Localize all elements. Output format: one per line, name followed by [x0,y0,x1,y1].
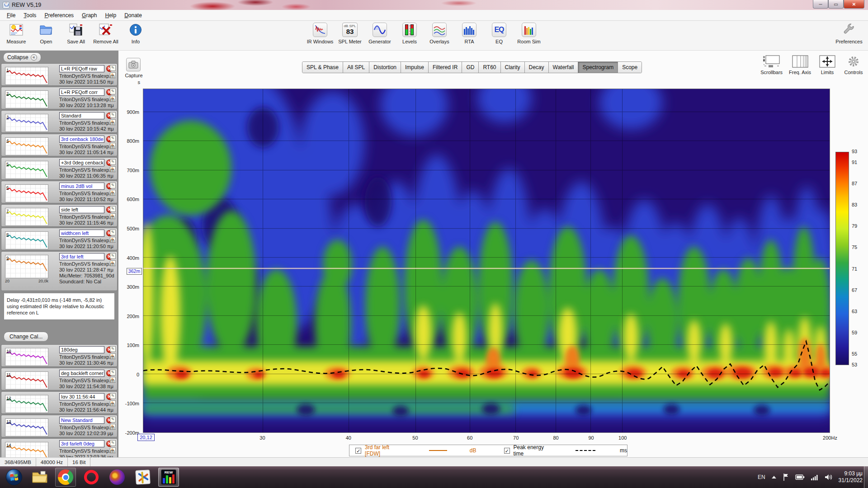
eq-button[interactable]: EQEQ [486,22,512,44]
save-all-button[interactable]: Save All [63,22,89,44]
measurement-item-13[interactable]: 13New Standard✕✎✎TritonDynSVS finalexp.m… [1,415,118,437]
notes-icon[interactable]: ✎ [110,206,116,212]
overlays-button[interactable]: Overlays [427,22,452,44]
explorer-icon[interactable] [29,468,50,487]
change-cal-button[interactable]: Change Cal... [4,332,48,342]
measurement-item-4[interactable]: 43rd cenback 180de✕✎✎TritonDynSVS finale… [1,134,118,156]
menu-help[interactable]: Help [102,11,119,20]
menu-file[interactable]: File [4,11,19,20]
freq-axis-button[interactable]: Freq. Axis [789,54,811,75]
notes-icon[interactable]: ✎ [110,370,116,375]
tab-rt60[interactable]: RT60 [479,62,500,73]
clock[interactable]: 9:03 μμ 31/1/2022 [839,470,863,484]
firefox-icon[interactable] [107,468,127,487]
measurement-item-7[interactable]: 7side left✕✎✎TritonDynSVS finalexp.m30 Ι… [1,204,118,227]
controls-button[interactable]: Controls [844,54,863,75]
ir-windows-button[interactable]: IR Windows [307,22,333,44]
measurement-item-9[interactable]: 93rd far left✕✎✎TritonDynSVS finalexp.m3… [1,251,118,291]
measurement-name-field[interactable]: New Standard [59,417,104,424]
measurement-name-field[interactable]: L+R PEQoff corr [59,89,104,96]
notes-icon[interactable]: ✎ [110,89,116,94]
info-button[interactable]: Info [123,22,148,44]
rew-icon[interactable]: REW [158,468,179,487]
language-indicator[interactable]: EN [758,474,765,480]
measurement-item-8[interactable]: 8widthcen left✕✎✎TritonDynSVS finalexp.m… [1,228,118,250]
paint-app-icon[interactable] [132,468,153,487]
notes-icon[interactable]: ✎ [110,183,116,188]
generator-button[interactable]: Generator [367,22,392,44]
legend-checkbox[interactable]: ✓ [355,448,361,454]
measurement-item-3[interactable]: 3Standard✕✎✎TritonDynSVS finalexp.m30 Ια… [1,110,118,133]
notes-icon[interactable]: ✎ [110,253,116,259]
room-sim-button[interactable]: Room Sim [516,22,542,44]
measure-button[interactable]: Measure [4,22,29,44]
tab-scope[interactable]: Scope [618,62,642,73]
menu-donate[interactable]: Donate [121,11,145,20]
open-button[interactable]: Open [33,22,59,44]
action-center-flag-icon[interactable] [783,473,790,481]
spl-meter-button[interactable]: dB SPL83SPL Meter [337,22,363,44]
measurement-item-5[interactable]: 5+3rd 0deg cenback✕✎✎TritonDynSVS finale… [1,157,118,180]
measurement-item-10[interactable]: 10180deg✕✎✎TritonDynSVS finalexp.m30 Ιαν… [1,344,118,367]
levels-button[interactable]: 0369Levels [397,22,422,44]
volume-icon[interactable] [824,474,833,481]
notes-icon[interactable]: ✎ [110,417,116,422]
measurement-name-field[interactable]: minus 2dB vol [59,183,104,190]
measurement-name-field[interactable]: 180deg [59,346,104,353]
tab-gd[interactable]: GD [462,62,479,73]
maximize-button[interactable]: ▭ [828,0,844,9]
rta-button[interactable]: RTA [457,22,482,44]
capture-button[interactable] [126,58,141,71]
remove-all-button[interactable]: Remove All [93,22,118,44]
notes-icon[interactable]: ✎ [110,346,116,352]
measurement-item-14[interactable]: 143rd farleft 0deg✕✎✎TritonDynSVS finale… [1,438,118,457]
measurement-name-field[interactable]: +3rd 0deg cenback [59,159,104,166]
tray-expand-icon[interactable] [771,475,777,479]
tab-decay[interactable]: Decay [525,62,549,73]
measurement-name-field[interactable]: side left [59,206,104,213]
menu-preferences[interactable]: Preferences [41,11,77,20]
measurement-item-6[interactable]: 6minus 2dB vol✕✎✎TritonDynSVS finalexp.m… [1,181,118,203]
tab-filtered-ir[interactable]: Filtered IR [429,62,462,73]
minimize-button[interactable]: ─ [813,0,828,9]
opera-icon[interactable] [81,468,102,487]
tab-clarity[interactable]: Clarity [501,62,525,73]
notes-icon[interactable]: ✎ [110,230,116,235]
scrollbars-button[interactable]: Scrollbars [760,54,783,75]
menu-tools[interactable]: Tools [20,11,39,20]
measurement-item-12[interactable]: 12Ιαν 30 11:56:44✕✎✎TritonDynSVS finalex… [1,391,118,414]
measurement-name-field[interactable]: Ιαν 30 11:56:44 [59,393,104,400]
preferences-button[interactable]: Preferences [836,22,862,44]
close-button[interactable]: ✕ [844,0,864,9]
menu-graph[interactable]: Graph [79,11,100,20]
notes-icon[interactable]: ✎ [110,440,116,446]
show-desktop-button[interactable] [864,466,868,488]
tab-distortion[interactable]: Distortion [369,62,401,73]
tab-all-spl[interactable]: All SPL [343,62,369,73]
notes-icon[interactable]: ✎ [110,159,116,165]
notes-icon[interactable]: ✎ [110,112,116,118]
battery-icon[interactable] [795,474,805,481]
limits-button[interactable]: Limits [817,54,837,75]
tab-spl-phase[interactable]: SPL & Phase [302,62,343,73]
tab-impulse[interactable]: Impulse [401,62,429,73]
measurement-name-field[interactable]: 3rd cenback 180de [59,136,104,143]
notes-icon[interactable]: ✎ [110,393,116,399]
measurement-name-field[interactable]: L+R PEQoff raw [59,65,104,72]
tab-spectrogram[interactable]: Spectrogram [578,62,618,73]
notes-icon[interactable]: ✎ [110,65,116,71]
legend-checkbox[interactable]: ✓ [504,448,510,454]
spectrogram-plot[interactable] [143,89,830,433]
measurement-item-2[interactable]: 2L+R PEQoff corr✕✎✎TritonDynSVS finalexp… [1,87,118,109]
collapse-button[interactable]: Collapse « [3,52,41,62]
notes-icon[interactable]: ✎ [110,136,116,141]
network-signal-icon[interactable] [811,474,819,481]
measurement-item-1[interactable]: 1L+R PEQoff raw✕✎✎TritonDynSVS finalexp.… [1,63,118,86]
measurement-name-field[interactable]: 3rd far left [59,253,104,260]
measurement-item-11[interactable]: 11deg backleft corner✕✎✎TritonDynSVS fin… [1,368,118,390]
measurement-name-field[interactable]: Standard [59,112,104,119]
measurement-name-field[interactable]: 3rd farleft 0deg [59,440,104,447]
tab-waterfall[interactable]: Waterfall [549,62,579,73]
chrome-icon[interactable] [55,468,76,487]
start-button[interactable] [4,468,24,487]
